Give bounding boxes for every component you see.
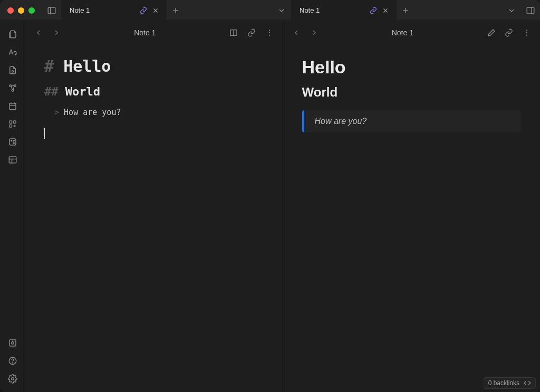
tab-title: Note 1 <box>70 6 139 14</box>
svg-rect-16 <box>9 103 16 110</box>
window-minimize-button[interactable] <box>18 7 24 14</box>
tab-strip-left: Note 1 <box>61 0 185 21</box>
left-sidebar-toggle-icon[interactable] <box>42 0 61 21</box>
preview-h2: World <box>302 85 522 100</box>
preview-blockquote-text: How are you? <box>315 117 367 126</box>
h1-text: Hello <box>63 57 111 75</box>
svg-point-38 <box>268 35 269 36</box>
tab-strip-right: Note 1 <box>291 0 414 21</box>
svg-point-39 <box>526 30 527 31</box>
new-tab-button[interactable] <box>167 0 185 21</box>
svg-point-25 <box>13 142 14 144</box>
quote-text: How are you? <box>64 108 121 117</box>
tab-close-button[interactable] <box>381 6 390 15</box>
pane-left-header: Note 1 <box>25 21 283 44</box>
help-icon[interactable] <box>2 352 23 370</box>
vault-icon[interactable] <box>2 334 23 352</box>
svg-rect-21 <box>13 121 16 123</box>
pane-left: Note 1 # Hello ## <box>25 21 283 392</box>
panes: Note 1 # Hello ## <box>25 21 540 392</box>
svg-point-15 <box>12 90 13 91</box>
svg-rect-0 <box>48 7 55 14</box>
svg-point-40 <box>526 32 527 33</box>
tab-right[interactable]: Note 1 <box>291 0 397 21</box>
tab-close-button[interactable] <box>151 6 160 15</box>
code-icon[interactable] <box>524 379 531 387</box>
backlinks-count: 0 backlinks <box>488 379 519 387</box>
h1-marker: # <box>44 57 54 75</box>
edit-mode-icon[interactable] <box>483 25 499 41</box>
svg-rect-10 <box>527 7 534 14</box>
nav-forward-button[interactable] <box>49 25 64 41</box>
quote-marker: > <box>54 108 59 117</box>
text-cursor <box>44 128 45 139</box>
svg-point-12 <box>12 71 13 72</box>
svg-point-35 <box>11 378 14 380</box>
tab-list-dropdown-right[interactable] <box>502 0 521 21</box>
svg-point-37 <box>268 32 269 33</box>
font-icon[interactable] <box>2 43 23 61</box>
window-maximize-button[interactable] <box>28 7 35 14</box>
nav-forward-button[interactable] <box>306 25 322 41</box>
svg-rect-22 <box>9 125 12 128</box>
command-icon[interactable] <box>2 115 23 133</box>
preview-blockquote: How are you? <box>302 110 522 132</box>
more-options-icon[interactable] <box>262 25 277 41</box>
dice-icon[interactable] <box>2 133 23 151</box>
layout-icon[interactable] <box>2 151 23 169</box>
reading-mode-icon[interactable] <box>226 25 242 41</box>
status-bar[interactable]: 0 backlinks <box>484 377 536 389</box>
svg-point-36 <box>268 30 269 31</box>
settings-icon[interactable] <box>2 370 23 388</box>
link-icon <box>139 6 148 15</box>
main: Note 1 # Hello ## <box>0 21 540 392</box>
svg-point-26 <box>13 140 14 141</box>
pane-right-title[interactable]: Note 1 <box>324 28 481 37</box>
tab-left[interactable]: Note 1 <box>61 0 167 21</box>
svg-rect-20 <box>9 121 12 123</box>
svg-rect-23 <box>9 139 16 145</box>
pane-right-header: Note 1 <box>283 21 541 44</box>
new-tab-button[interactable] <box>397 0 414 21</box>
link-icon[interactable] <box>501 25 517 41</box>
svg-rect-27 <box>9 157 16 163</box>
file-recovery-icon[interactable] <box>2 61 23 79</box>
ribbon <box>0 21 25 392</box>
link-icon <box>369 6 378 15</box>
preview-h1: Hello <box>302 57 522 78</box>
editor-source[interactable]: # Hello ## World > How are you? <box>25 44 283 392</box>
h2-text: World <box>65 85 100 98</box>
svg-point-24 <box>11 140 12 141</box>
window-controls <box>0 7 42 14</box>
calendar-icon[interactable] <box>2 97 23 115</box>
editor-preview[interactable]: Hello World How are you? 0 backlinks <box>283 44 541 392</box>
svg-point-41 <box>526 35 527 36</box>
graph-icon[interactable] <box>2 79 23 97</box>
pane-left-title[interactable]: Note 1 <box>66 28 224 37</box>
right-sidebar-toggle-icon[interactable] <box>521 0 540 21</box>
link-icon[interactable] <box>244 25 259 41</box>
titlebar: Note 1 Note 1 <box>0 0 540 21</box>
svg-point-34 <box>12 362 13 363</box>
tab-title: Note 1 <box>300 6 369 14</box>
svg-point-31 <box>11 342 14 345</box>
h2-marker: ## <box>44 85 59 98</box>
window-close-button[interactable] <box>7 7 14 14</box>
nav-back-button[interactable] <box>31 25 46 41</box>
nav-back-button[interactable] <box>288 25 304 41</box>
more-options-icon[interactable] <box>519 25 535 41</box>
tab-list-dropdown-left[interactable] <box>272 0 291 21</box>
files-icon[interactable] <box>2 25 23 43</box>
pane-right: Note 1 Hello World How are you? 0 b <box>283 21 541 392</box>
